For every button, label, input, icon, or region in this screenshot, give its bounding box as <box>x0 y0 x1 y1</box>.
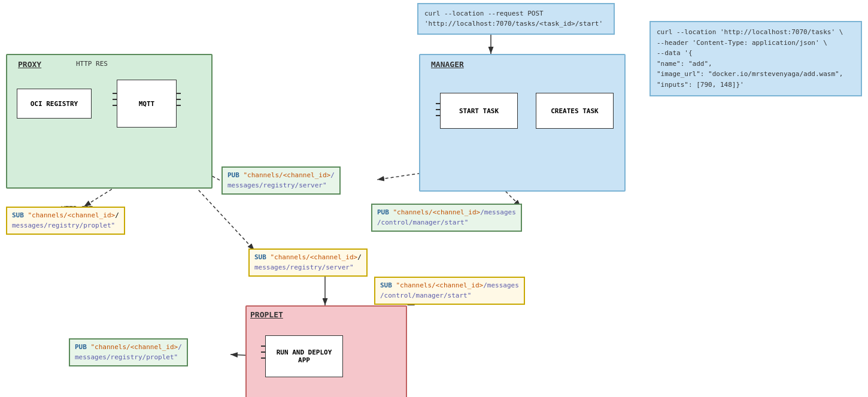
sub-control-manager-start-box: SUB "channels/<channel_id>/messages /con… <box>374 277 525 305</box>
start-task-label: START TASK <box>459 107 499 115</box>
json-line6: "inputs": [790, 148]}' <box>657 81 744 89</box>
sub-registry-server-box: SUB "channels/<channel_id>/ messages/reg… <box>248 248 368 277</box>
json-line3: --data '{ <box>657 49 693 57</box>
manager-label: MANAGER <box>431 60 464 69</box>
api-call-box: curl --location --request POST 'http://l… <box>417 3 615 35</box>
proxy-box: PROXY HTTP RES HTTP GET <box>6 54 213 189</box>
creates-task-box: CREATES TASK <box>536 93 614 129</box>
json-line5: "image_url": "docker.io/mrstevenyaga/add… <box>657 70 843 78</box>
mqtt-box: MQTT <box>117 80 177 128</box>
proxy-label: PROXY <box>18 60 41 69</box>
json-line1: curl --location 'http://localhost:7070/t… <box>657 28 843 36</box>
start-task-box: START TASK <box>440 93 518 129</box>
json-body-box: curl --location 'http://localhost:7070/t… <box>650 21 862 96</box>
pub-control-manager-start-box: PUB "channels/<channel_id>/messages /con… <box>371 204 522 232</box>
pub-registry-server-box: PUB "channels/<channel_id>/ messages/reg… <box>221 166 341 195</box>
mqtt-connectors-right <box>176 93 181 106</box>
sub-registry-proplet-box: SUB "channels/<channel_id>/ messages/reg… <box>6 207 125 235</box>
creates-task-label: CREATES TASK <box>551 107 598 115</box>
http-res-label: HTTP RES <box>76 60 108 68</box>
proplet-label: PROPLET <box>250 310 283 319</box>
pub-registry-proplet-box: PUB "channels/<channel_id>/ messages/reg… <box>69 338 188 366</box>
diagram-container: PROXY HTTP RES HTTP GET OCI REGISTRY MQT… <box>0 0 868 397</box>
json-line2: --header 'Content-Type: application/json… <box>657 39 827 47</box>
json-line4: "name": "add", <box>657 60 712 68</box>
run-deploy-connectors <box>261 346 266 359</box>
mqtt-connectors-left <box>113 93 117 106</box>
oci-label: OCI REGISTRY <box>31 100 78 108</box>
api-call-line1: curl --location --request POST <box>424 10 544 17</box>
run-deploy-box: RUN AND DEPLOY APP <box>265 335 343 377</box>
oci-registry-box: OCI REGISTRY <box>17 89 92 119</box>
run-deploy-label: RUN AND DEPLOY APP <box>277 348 332 364</box>
start-task-connectors <box>436 103 441 116</box>
api-call-line2: 'http://localhost:7070/tasks/<task_id>/s… <box>424 20 603 28</box>
mqtt-label: MQTT <box>139 100 155 108</box>
